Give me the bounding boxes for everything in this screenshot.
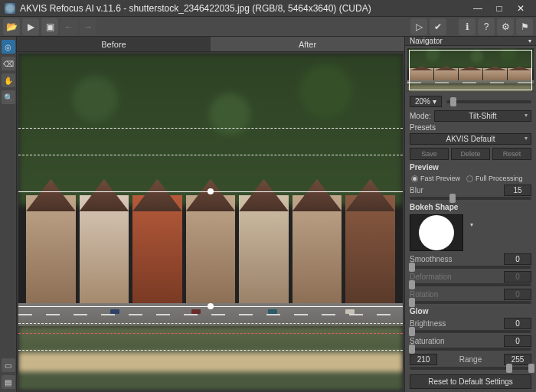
brightness-slider[interactable] <box>410 330 531 333</box>
hand-tool[interactable]: ✋ <box>2 74 15 87</box>
deformation-label: Deformation <box>410 273 501 281</box>
rotation-value: 0 <box>504 289 531 300</box>
glow-label: Glow <box>405 305 536 317</box>
minimize-button[interactable]: — <box>467 1 489 16</box>
window-title: AKVIS Refocus AI v.11.6 - shutterstock_2… <box>20 3 467 14</box>
maximize-button[interactable]: □ <box>489 1 510 16</box>
range-label: Range <box>440 355 501 364</box>
guide-handle[interactable] <box>208 188 214 194</box>
tilt-shift-guide[interactable] <box>18 323 403 324</box>
info-button[interactable]: ℹ <box>459 18 476 35</box>
left-toolbar-bottom: ▭ ▤ <box>0 355 17 392</box>
collapse-icon: ▾ <box>528 38 531 44</box>
close-button[interactable]: ✕ <box>510 1 531 16</box>
zoom-slider[interactable] <box>446 100 531 103</box>
rotation-label: Rotation <box>410 290 501 299</box>
bokeh-shape-preview[interactable]: ▾ <box>410 214 463 251</box>
blur-slider[interactable] <box>410 197 531 200</box>
navigator-header[interactable]: Navigator ▾ <box>405 37 536 46</box>
canvas[interactable] <box>18 54 403 390</box>
tilt-shift-guide[interactable] <box>18 191 403 192</box>
deformation-slider <box>410 283 531 286</box>
focus-area-tool[interactable]: ◎ <box>2 40 15 54</box>
saturation-slider[interactable] <box>410 348 531 351</box>
view-mode-1[interactable]: ▭ <box>2 358 15 372</box>
car <box>191 309 201 314</box>
run-button[interactable]: ▷ <box>410 18 427 35</box>
brightness-label: Brightness <box>410 319 501 328</box>
mode-select[interactable]: Tilt-Shift <box>434 110 531 122</box>
tab-before[interactable]: Before <box>17 37 211 51</box>
radio-fast-preview[interactable]: Fast Preview <box>411 175 460 182</box>
car <box>268 309 277 314</box>
blur-label: Blur <box>410 186 501 194</box>
bokeh-label: Bokeh Shape <box>405 201 536 213</box>
export-button[interactable]: ▶ <box>22 18 39 35</box>
notify-button[interactable]: ⚑ <box>516 18 533 35</box>
tilt-shift-guide[interactable] <box>18 128 403 129</box>
brightness-value[interactable]: 0 <box>504 318 531 329</box>
reset-defaults-button[interactable]: Reset to Default Settings <box>410 374 531 389</box>
tilt-shift-guide[interactable] <box>18 306 403 307</box>
preset-reset-button[interactable]: Reset <box>492 148 531 160</box>
mode-label: Mode: <box>410 112 431 120</box>
saturation-label: Saturation <box>410 337 501 345</box>
apply-button[interactable]: ✔ <box>430 18 446 35</box>
saturation-value[interactable]: 0 <box>504 335 531 347</box>
eraser-tool[interactable]: ⌫ <box>2 57 15 70</box>
smoothness-slider[interactable] <box>410 266 531 269</box>
preset-select[interactable]: AKVIS Default <box>410 133 531 145</box>
tilt-shift-guide[interactable] <box>18 155 403 155</box>
bokeh-circle-icon <box>419 215 454 250</box>
right-panel: Navigator ▾ 20% ▾ Mode: Tilt-Shift Prese… <box>404 37 536 392</box>
car <box>110 309 119 314</box>
bokeh-dropdown-icon[interactable]: ▾ <box>470 221 473 228</box>
preset-save-button[interactable]: Save <box>410 148 449 160</box>
zoom-dropdown[interactable]: 20% ▾ <box>410 96 442 107</box>
tab-after[interactable]: After <box>211 37 404 51</box>
zoom-tool[interactable]: 🔍 <box>2 90 15 104</box>
car <box>345 309 355 314</box>
app-icon <box>5 3 15 14</box>
smoothness-label: Smoothness <box>410 255 501 263</box>
undo-button: ← <box>60 18 77 35</box>
range-low-value[interactable]: 210 <box>410 354 437 365</box>
radio-full-processing[interactable]: Full Processing <box>466 175 523 182</box>
view-mode-2[interactable]: ▤ <box>2 375 15 389</box>
redo-button: → <box>80 18 96 35</box>
range-slider[interactable] <box>410 367 531 370</box>
guide-handle[interactable] <box>208 303 214 309</box>
blur-value[interactable]: 15 <box>504 185 531 196</box>
before-after-tabs: Before After <box>17 37 404 52</box>
settings-button[interactable]: ⚙ <box>497 18 514 35</box>
presets-label: Presets <box>410 123 437 132</box>
batch-button[interactable]: ▣ <box>41 18 58 35</box>
left-toolbar: ◎ ⌫ ✋ 🔍 <box>0 37 17 355</box>
navigator-thumbnail[interactable] <box>407 48 534 92</box>
image-preview <box>18 54 403 390</box>
rotation-slider <box>410 301 531 304</box>
navigator-label: Navigator <box>410 37 443 45</box>
help-button[interactable]: ? <box>478 18 495 35</box>
open-file-button[interactable]: 📂 <box>3 18 20 35</box>
preset-delete-button[interactable]: Delete <box>451 148 490 160</box>
toolbar: 📂 ▶ ▣ ← → ▷ ✔ ℹ ? ⚙ ⚑ <box>0 17 536 37</box>
deformation-value: 0 <box>504 271 531 283</box>
tilt-shift-guide[interactable] <box>18 350 403 351</box>
navigator-viewport[interactable] <box>409 50 532 90</box>
preview-section-label: Preview <box>405 162 536 173</box>
smoothness-value[interactable]: 0 <box>504 253 531 265</box>
titlebar: AKVIS Refocus AI v.11.6 - shutterstock_2… <box>0 0 536 17</box>
tilt-shift-guide[interactable] <box>18 333 403 334</box>
